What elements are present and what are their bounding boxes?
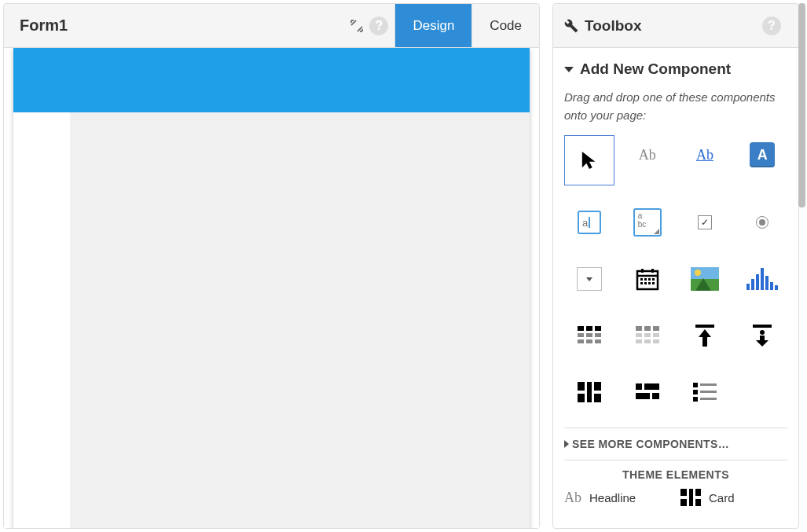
checkbox-icon: ✓ — [698, 215, 712, 229]
tab-design[interactable]: Design — [394, 4, 471, 47]
image-icon — [691, 267, 719, 291]
component-fileuploader[interactable] — [680, 316, 729, 355]
theme-element-headline[interactable]: Ab Headline — [564, 490, 671, 506]
svg-rect-0 — [637, 271, 658, 289]
calendar-icon — [635, 266, 660, 292]
upload-icon — [694, 325, 716, 347]
svg-rect-4 — [640, 278, 643, 281]
component-textbox[interactable]: a — [564, 203, 614, 242]
svg-rect-21 — [636, 326, 642, 331]
svg-rect-27 — [636, 339, 642, 343]
caret-right-icon — [564, 440, 569, 448]
component-link[interactable]: Ab — [680, 135, 729, 174]
svg-rect-8 — [640, 282, 643, 284]
see-more-label: SEE MORE COMPONENTS… — [572, 438, 729, 450]
svg-rect-3 — [651, 269, 654, 273]
svg-rect-24 — [636, 333, 642, 337]
card-label: Card — [709, 491, 735, 504]
svg-rect-40 — [636, 393, 650, 399]
chart-icon — [746, 268, 778, 290]
svg-rect-9 — [644, 282, 647, 284]
component-image[interactable] — [680, 259, 729, 299]
component-pointer[interactable] — [564, 135, 614, 185]
component-textarea[interactable]: abc — [622, 203, 672, 242]
see-more-components[interactable]: SEE MORE COMPONENTS… — [564, 427, 787, 460]
svg-rect-17 — [595, 333, 601, 337]
svg-rect-25 — [644, 333, 651, 337]
svg-rect-13 — [586, 326, 592, 331]
svg-rect-43 — [693, 390, 698, 394]
link-icon: Ab — [696, 147, 713, 163]
headline-label: Headline — [589, 491, 636, 504]
svg-rect-38 — [636, 383, 642, 390]
component-radio[interactable] — [738, 203, 787, 242]
svg-rect-36 — [578, 394, 585, 402]
component-button[interactable]: A — [738, 135, 787, 174]
svg-rect-23 — [653, 326, 659, 331]
svg-rect-47 — [700, 398, 717, 400]
svg-rect-35 — [594, 382, 601, 391]
svg-rect-16 — [586, 333, 592, 337]
svg-rect-2 — [641, 269, 644, 273]
toolbox-help-icon[interactable]: ? — [761, 15, 783, 37]
svg-rect-30 — [695, 325, 714, 328]
dropdown-icon — [577, 267, 602, 291]
svg-rect-31 — [753, 325, 772, 328]
svg-rect-51 — [695, 489, 701, 496]
toolbox-title-text: Toolbox — [585, 17, 641, 35]
component-grid: Ab Ab A a abc ✓ — [564, 135, 787, 412]
svg-rect-34 — [587, 382, 592, 402]
component-datepicker[interactable] — [622, 259, 672, 299]
svg-rect-26 — [653, 333, 659, 337]
richtext-icon — [693, 383, 717, 402]
flow-panel-icon — [636, 383, 659, 401]
tab-code[interactable]: Code — [471, 4, 539, 47]
textarea-icon: abc — [633, 208, 662, 237]
svg-rect-20 — [595, 339, 601, 343]
scrollbar[interactable] — [798, 3, 805, 207]
textbox-icon: a — [578, 211, 601, 234]
toolbox-panel: Toolbox ? Add New Component Drag and dro… — [552, 3, 799, 529]
toolbox-header: Toolbox ? — [553, 4, 798, 48]
component-dropdown[interactable] — [564, 259, 614, 299]
component-datagrid[interactable] — [564, 316, 614, 355]
svg-rect-11 — [652, 282, 655, 284]
download-icon — [751, 325, 773, 347]
svg-rect-37 — [594, 394, 601, 402]
design-canvas-area — [4, 48, 539, 528]
theme-elements-header: THEME ELEMENTS — [564, 460, 787, 486]
theme-element-card[interactable]: Card — [680, 489, 787, 506]
pointer-icon — [581, 150, 598, 171]
component-download[interactable] — [738, 316, 787, 355]
card-icon — [680, 489, 701, 506]
form-title-bar[interactable] — [13, 48, 530, 112]
svg-rect-22 — [644, 326, 651, 331]
svg-rect-10 — [648, 282, 651, 284]
svg-rect-18 — [578, 339, 584, 343]
component-column-panel[interactable] — [564, 372, 614, 412]
form-designer-panel: Form1 ? Design Code — [3, 3, 540, 529]
component-richtext[interactable] — [680, 372, 729, 412]
component-repeating-panel[interactable] — [622, 316, 672, 355]
component-checkbox[interactable]: ✓ — [680, 203, 729, 242]
add-component-description: Drag and drop one of these components on… — [564, 89, 787, 124]
form-canvas[interactable] — [13, 48, 530, 528]
svg-rect-33 — [578, 382, 585, 391]
wrench-icon — [564, 19, 578, 33]
svg-rect-29 — [653, 339, 659, 343]
component-chart[interactable] — [738, 259, 787, 299]
svg-rect-44 — [693, 397, 698, 402]
svg-rect-5 — [644, 278, 647, 281]
add-component-section-toggle[interactable]: Add New Component — [564, 61, 787, 78]
svg-rect-48 — [680, 489, 687, 496]
fullscreen-icon[interactable] — [346, 20, 368, 32]
help-icon[interactable]: ? — [368, 15, 390, 37]
form-header: Form1 ? Design Code — [4, 4, 539, 48]
repeating-icon — [636, 326, 659, 345]
component-label[interactable]: Ab — [622, 135, 672, 174]
svg-rect-52 — [695, 499, 701, 506]
caret-down-icon — [564, 67, 574, 72]
component-flow-panel[interactable] — [622, 372, 672, 412]
form-content-area[interactable] — [70, 112, 530, 528]
svg-rect-42 — [693, 383, 698, 387]
